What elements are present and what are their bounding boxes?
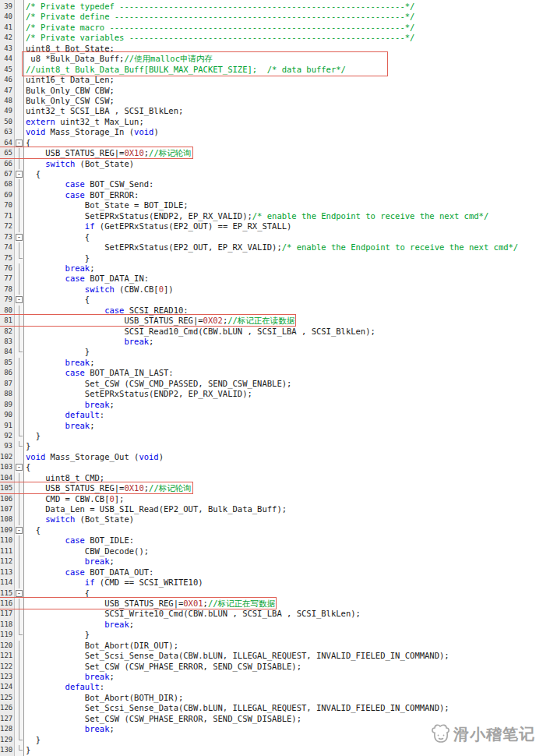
code-line[interactable]: break;	[26, 400, 543, 410]
code-line[interactable]: /* Private macro -----------------------…	[26, 23, 543, 33]
code-line[interactable]: case BOT_DATA_IN:	[26, 274, 543, 284]
code-line[interactable]: /* Private define ----------------------…	[26, 12, 543, 22]
code-line[interactable]: USB_STATUS_REG|=0X10;//标记轮询	[26, 148, 543, 158]
line-number: 67	[0, 169, 12, 179]
code-line[interactable]: switch (CBW.CB[0])	[26, 284, 543, 295]
code-line[interactable]: USB_STATUS_REG|=0X10;//标记轮询	[26, 483, 543, 493]
code-line[interactable]: break;	[26, 672, 543, 682]
code-line[interactable]: {	[26, 138, 543, 148]
code-line[interactable]: USB_STATUS_REG|=0X01;//标记正在写数据	[26, 599, 543, 609]
code-line[interactable]: break;	[26, 421, 543, 431]
code-line[interactable]: {	[26, 232, 543, 242]
code-line[interactable]: case SCSI_READ10:	[26, 306, 543, 316]
code-line[interactable]: SetEPRxStatus(ENDP2, EP_RX_VALID);	[26, 389, 543, 399]
code-line[interactable]: {	[26, 169, 543, 179]
fold-cell	[15, 714, 24, 724]
fold-toggle-icon[interactable]: -	[16, 464, 23, 471]
code-segment-keyword: case	[65, 190, 85, 200]
code-line[interactable]: SetEPRxStatus(EP2_OUT, EP_RX_VALID);/* e…	[26, 242, 543, 253]
code-segment-plain-code: :	[100, 682, 104, 691]
code-line[interactable]: CMD = CBW.CB[0];	[26, 494, 543, 504]
code-line[interactable]: extern uint32_t Max_Lun;	[26, 117, 543, 127]
code-line[interactable]: Bulk_Only_CSW CSW;	[26, 96, 543, 106]
line-number: 122	[0, 662, 12, 672]
line-number: 77	[0, 274, 12, 284]
code-editor: 3940414243444546474849506364656667686970…	[0, 0, 543, 756]
code-line[interactable]: {	[26, 525, 543, 535]
fold-toggle-icon[interactable]: -	[16, 296, 23, 303]
code-line[interactable]: Bulk_Only_CBW CBW;	[26, 86, 543, 96]
fold-cell	[15, 567, 24, 578]
code-line[interactable]: case BOT_DATA_IN_LAST:	[26, 368, 543, 378]
fold-cell	[15, 96, 24, 106]
code-line[interactable]: }	[26, 630, 543, 640]
code-line[interactable]: }	[26, 441, 543, 451]
code-line[interactable]: Bot_State = BOT_IDLE;	[26, 200, 543, 210]
fold-cell	[15, 86, 24, 96]
code-line[interactable]: /* Private variables -------------------…	[26, 33, 543, 43]
code-line[interactable]: break;	[26, 263, 543, 274]
fold-toggle-icon[interactable]: -	[16, 527, 23, 534]
fold-cell	[15, 75, 24, 85]
line-number: 127	[0, 714, 12, 724]
code-line[interactable]: }	[26, 253, 543, 263]
line-number: 113	[0, 567, 12, 578]
code-segment-plain-code: Set_CSW (CSW_CMD_PASSED, SEND_CSW_ENABLE…	[26, 379, 291, 388]
fold-scope-line	[19, 672, 19, 682]
code-line[interactable]: break;	[26, 620, 543, 630]
code-line[interactable]: Set_CSW (CSW_CMD_PASSED, SEND_CSW_ENABLE…	[26, 379, 543, 389]
fold-scope-line	[19, 190, 19, 200]
code-line[interactable]: SCSI_Read10_Cmd(CBW.bLUN , SCSI_LBA , SC…	[26, 327, 543, 337]
code-line[interactable]: Bot_Abort(BOTH_DIR);	[26, 693, 543, 703]
code-line[interactable]: void Mass_Storage_Out (void)	[26, 452, 543, 462]
code-segment-plain-code: BOT_CSW_Send:	[85, 179, 154, 189]
code-line[interactable]: if (GetEPRxStatus(EP2_OUT) == EP_RX_STAL…	[26, 221, 543, 231]
code-line[interactable]: case BOT_DATA_OUT:	[26, 567, 543, 578]
fold-toggle-icon[interactable]: -	[16, 234, 23, 241]
code-line[interactable]: case BOT_IDLE:	[26, 535, 543, 546]
code-line[interactable]: break;	[26, 358, 543, 368]
code-line[interactable]: }	[26, 745, 543, 755]
code-line[interactable]: uint8_t CMD;	[26, 473, 543, 483]
code-line[interactable]: break;	[26, 337, 543, 347]
code-line[interactable]: SCSI_Write10_Cmd(CBW.bLUN , SCSI_LBA , S…	[26, 609, 543, 619]
code-line[interactable]: /* Private typedef ---------------------…	[26, 2, 543, 12]
code-line[interactable]: case BOT_CSW_Send:	[26, 179, 543, 189]
code-line[interactable]: USB_STATUS_REG|=0X02;//标记正在读数据	[26, 316, 543, 326]
code-line[interactable]: Data_Len = USB_SIL_Read(EP2_OUT, Bulk_Da…	[26, 504, 543, 514]
code-line[interactable]: if (CMD == SCSI_WRITE10)	[26, 578, 543, 588]
code-line[interactable]: void Mass_Storage_In (void)	[26, 127, 543, 137]
code-line[interactable]: CBW_Decode();	[26, 546, 543, 556]
code-line[interactable]: default:	[26, 410, 543, 420]
code-line[interactable]: }	[26, 431, 543, 441]
fold-toggle-icon[interactable]: -	[16, 140, 23, 147]
fold-scope-end	[19, 735, 23, 740]
code-line[interactable]: Bot_Abort(DIR_OUT);	[26, 641, 543, 651]
code-line[interactable]: uint16_t Data_Len;	[26, 75, 543, 85]
code-line[interactable]: case BOT_ERROR:	[26, 190, 543, 200]
code-line[interactable]: switch (Bot_State)	[26, 514, 543, 525]
annotation-box: USB_STATUS_REG|=0X10;//标记轮询	[0, 483, 192, 493]
code-line[interactable]: default:	[26, 682, 543, 692]
code-line[interactable]: Set_Scsi_Sense_Data(CBW.bLUN, ILLEGAL_RE…	[26, 703, 543, 713]
line-number: 85	[0, 358, 12, 368]
code-line[interactable]: uint32_t SCSI_LBA , SCSI_BlkLen;	[26, 106, 543, 116]
code-segment-plain-code	[26, 221, 85, 231]
code-area[interactable]: /* Private typedef ---------------------…	[26, 2, 543, 756]
code-segment-plain-code	[26, 567, 65, 577]
code-segment-plain-code: )	[159, 452, 164, 461]
code-line[interactable]: {	[26, 462, 543, 472]
code-line[interactable]: Set_CSW (CSW_PHASE_ERROR, SEND_CSW_DISAB…	[26, 662, 543, 672]
code-line[interactable]: {	[26, 295, 543, 305]
code-line[interactable]: SetEPRxStatus(ENDP2, EP_RX_VALID);/* ena…	[26, 211, 543, 221]
fold-toggle-icon[interactable]: -	[16, 171, 23, 178]
fold-toggle-icon[interactable]: -	[16, 590, 23, 597]
code-line[interactable]: }	[26, 347, 543, 357]
code-line[interactable]: {	[26, 588, 543, 599]
code-line[interactable]: Set_Scsi_Sense_Data(CBW.bLUN, ILLEGAL_RE…	[26, 651, 543, 661]
code-line[interactable]: switch (Bot_State)	[26, 159, 543, 169]
code-segment-number: 0X10	[124, 148, 143, 157]
code-line[interactable]: break;	[26, 556, 543, 567]
fold-cell	[15, 682, 24, 692]
fold-cell	[15, 546, 24, 556]
